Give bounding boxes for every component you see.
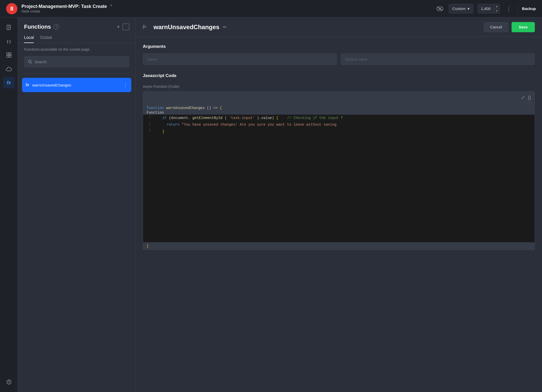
function-item-warnUnsavedChanges[interactable]: fx warnUnsavedChanges ⋮ — [22, 78, 131, 92]
svg-point-12 — [9, 381, 10, 382]
editor-content: Arguments Javascript Code Async Function… — [136, 37, 542, 392]
argument-default-input[interactable] — [341, 53, 535, 65]
visibility-icon[interactable] — [435, 4, 445, 13]
sidebar-item-cloud[interactable] — [3, 63, 15, 75]
width-control[interactable]: 1,400 ▲ ▼ — [478, 4, 500, 14]
code-function-label: Function — [147, 110, 531, 115]
editor-header: fx warnUnsavedChanges ✏ Cancel Save — [136, 17, 542, 37]
viewport-dropdown[interactable]: Custom ▾ — [449, 4, 474, 14]
svg-point-15 — [8, 380, 9, 381]
code-section-header: Javascript Code — [143, 73, 535, 82]
svg-rect-8 — [7, 55, 9, 57]
svg-text:fx: fx — [143, 24, 146, 29]
project-title: Project-Management-MVP: Task Create ⌃ — [21, 4, 431, 9]
code-toolbar: ⤢ {} — [143, 91, 535, 104]
tab-local[interactable]: Local — [24, 35, 34, 43]
svg-point-14 — [9, 383, 10, 383]
expand-icon[interactable]: ⤢ — [521, 95, 525, 100]
icon-sidebar: {·} fx — [0, 17, 18, 392]
editor-area: fx warnUnsavedChanges ✏ Cancel Save Argu… — [136, 17, 542, 392]
code-signature-bar: function warnUnsavedChanges () => { Func… — [143, 104, 535, 115]
editor-header-actions: Cancel Save — [484, 22, 535, 32]
code-format-icon[interactable]: {} — [528, 95, 531, 100]
editor-function-title: warnUnsavedChanges — [154, 24, 219, 31]
width-down-arrow[interactable]: ▼ — [494, 9, 500, 13]
main-layout: {·} fx — [0, 17, 542, 392]
grid-view-button[interactable] — [123, 24, 129, 30]
async-label: Async Function (Code) — [143, 84, 535, 89]
search-box[interactable] — [24, 56, 129, 67]
sidebar-item-palette[interactable] — [3, 376, 15, 388]
topbar: 8 Project-Management-MVP: Task Create ⌃ … — [0, 0, 542, 17]
js-code-section-title: Javascript Code — [143, 73, 176, 78]
svg-point-13 — [8, 383, 8, 383]
search-wrap — [18, 56, 135, 67]
dropdown-arrow-icon: ▾ — [468, 6, 470, 11]
editor-fx-icon: fx — [143, 24, 150, 30]
sidebar-item-json[interactable]: {·} — [3, 35, 15, 47]
arguments-section-title: Arguments — [143, 44, 535, 49]
edit-name-icon[interactable]: ✏ — [223, 24, 227, 30]
svg-point-11 — [8, 381, 8, 382]
title-block: Project-Management-MVP: Task Create ⌃ /t… — [21, 4, 431, 13]
save-button[interactable]: Save — [512, 22, 535, 32]
topbar-divider — [518, 5, 518, 13]
function-name-label: warnUnsavedChanges — [32, 83, 120, 87]
functions-divider — [24, 73, 129, 74]
code-line-1: 1 if (document. getElementById ( 'task-i… — [143, 115, 535, 121]
route-label: /task-create — [21, 9, 431, 13]
sidebar-item-functions[interactable]: fx — [3, 77, 15, 89]
cancel-button[interactable]: Cancel — [484, 22, 508, 32]
tab-global[interactable]: Global — [40, 35, 52, 43]
arguments-row — [143, 53, 535, 65]
svg-rect-7 — [9, 53, 11, 55]
functions-header: Functions ? + — [18, 24, 135, 30]
function-item-dots-icon[interactable]: ⋮ — [123, 82, 128, 88]
code-line-2: 2 return "You have unsaved changes! Are … — [143, 121, 535, 128]
svg-line-17 — [31, 62, 32, 63]
code-editor-body[interactable]: 1 if (document. getElementById ( 'task-i… — [143, 115, 535, 243]
sidebar-item-document[interactable] — [3, 21, 15, 33]
search-icon — [28, 60, 32, 64]
tab-description: Functions accessible on the current page… — [18, 47, 135, 51]
add-function-button[interactable]: + — [117, 24, 120, 30]
functions-tabs: Local Global — [18, 35, 135, 43]
more-options-icon[interactable]: ⋮ — [504, 5, 514, 12]
argument-name-input[interactable] — [143, 53, 337, 65]
svg-line-1 — [437, 7, 443, 10]
functions-header-actions: + — [117, 24, 129, 30]
functions-help-icon[interactable]: ? — [53, 24, 59, 30]
code-signature-line: function warnUnsavedChanges () => { — [147, 106, 531, 110]
topbar-actions: Custom ▾ 1,400 ▲ ▼ ⋮ Backup — [435, 4, 536, 14]
chevron-icon[interactable]: ⌃ — [110, 4, 113, 9]
code-line-3: 3 } — [143, 128, 535, 135]
search-input[interactable] — [35, 60, 125, 64]
width-arrows: ▲ ▼ — [494, 4, 500, 13]
app-logo[interactable]: 8 — [6, 3, 17, 14]
backup-button[interactable]: Backup — [522, 6, 536, 11]
svg-rect-6 — [7, 53, 9, 55]
svg-point-16 — [28, 60, 31, 63]
sidebar-item-components[interactable] — [3, 49, 15, 61]
svg-rect-9 — [9, 55, 11, 57]
closing-brace-bar: } — [143, 243, 535, 250]
function-fx-icon: fx — [26, 83, 29, 87]
width-up-arrow[interactable]: ▲ — [494, 4, 500, 9]
functions-title: Functions — [24, 24, 51, 30]
functions-panel: Functions ? + Local Global Functions acc… — [18, 17, 136, 392]
